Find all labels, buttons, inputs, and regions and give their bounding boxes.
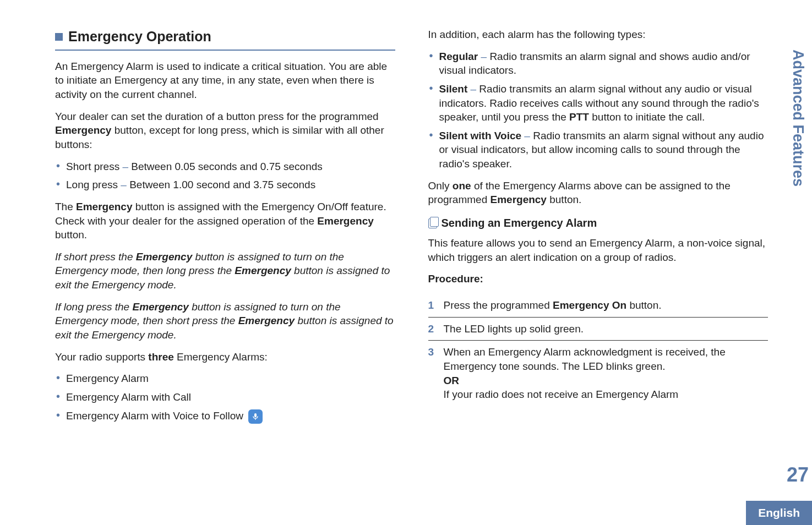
text: Between 0.05 seconds and 0.75 seconds [128, 161, 323, 172]
text-bold: Emergency [76, 201, 132, 212]
content-columns: Emergency Operation An Emergency Alarm i… [55, 28, 768, 497]
text-bold-italic: Emergency [132, 301, 188, 313]
text: Only [428, 180, 453, 192]
dash-separator: – [481, 51, 487, 62]
section-heading-row: Emergency Operation [55, 28, 395, 46]
paragraph: Your radio supports three Emergency Alar… [55, 350, 395, 364]
step-text: The LED lights up solid green. [444, 322, 769, 336]
press-duration-list: Short press – Between 0.05 seconds and 0… [55, 160, 395, 192]
text-bold: Regular [439, 51, 478, 62]
mic-icon [248, 409, 263, 424]
text: If your radio does not receive an Emerge… [444, 389, 679, 400]
paragraph: The Emergency button is assigned with th… [55, 200, 395, 242]
step-text: Press the programmed Emergency On button… [444, 298, 769, 313]
text: button. [626, 299, 661, 311]
list-item: Emergency Alarm with Voice to Follow [55, 409, 395, 424]
text-bold: Silent [439, 83, 468, 95]
paragraph: This feature allows you to send an Emerg… [428, 236, 769, 264]
text: Emergency Alarm with Voice to Follow [66, 410, 243, 422]
page-stack-icon [428, 218, 437, 228]
right-column: In addition, each alarm has the followin… [428, 28, 769, 497]
page: Emergency Operation An Emergency Alarm i… [0, 0, 812, 525]
section-heading: Emergency Operation [68, 28, 211, 46]
text-bold: one [453, 180, 471, 192]
text-bold: OR [444, 375, 460, 386]
text-bold: PTT [569, 111, 589, 123]
text: button. [547, 194, 581, 205]
intro-paragraph: An Emergency Alarm is used to indicate a… [55, 59, 395, 102]
text: button. [55, 229, 87, 240]
section-tab-label: Advanced Features [789, 50, 806, 187]
list-item: Short press – Between 0.05 seconds and 0… [55, 160, 395, 174]
text: The [55, 201, 76, 212]
list-item: Emergency Alarm with Call [55, 390, 395, 404]
square-bullet-icon [55, 33, 63, 41]
subsection-heading-row: Sending an Emergency Alarm [428, 216, 769, 231]
language-badge: English [746, 501, 812, 525]
alarm-variant-list: Regular – Radio transmits an alarm signa… [428, 50, 769, 171]
paragraph-italic: If short press the Emergency button is a… [55, 250, 395, 292]
list-item: Regular – Radio transmits an alarm signa… [428, 50, 769, 78]
step-item: 2 The LED lights up solid green. [428, 318, 769, 341]
alarm-type-list: Emergency Alarm Emergency Alarm with Cal… [55, 371, 395, 423]
list-item: Silent – Radio transmits an alarm signal… [428, 82, 769, 124]
step-item: 3 When an Emergency Alarm acknowledgment… [428, 341, 769, 406]
page-number: 27 [787, 463, 809, 486]
text: Between 1.00 second and 3.75 seconds [127, 179, 315, 190]
text-bold: Emergency [317, 215, 373, 227]
text-bold-italic: Emergency [235, 265, 291, 276]
text: Your radio supports [55, 351, 148, 363]
text: If long press the [55, 301, 132, 313]
text: button to initiate the call. [589, 111, 705, 123]
text-bold-italic: Emergency [238, 315, 295, 326]
step-number: 1 [428, 298, 437, 313]
paragraph-italic: If long press the Emergency button is as… [55, 300, 395, 342]
step-number: 2 [428, 322, 437, 336]
text-bold: Emergency On [553, 299, 626, 311]
text: Press the programmed [444, 299, 553, 311]
text: Short press [66, 161, 119, 172]
dealer-paragraph: Your dealer can set the duration of a bu… [55, 110, 395, 152]
step-item: 1 Press the programmed Emergency On butt… [428, 294, 769, 318]
text-bold-italic: Emergency [136, 251, 192, 262]
paragraph: Only one of the Emergency Alarms above c… [428, 179, 769, 207]
text: When an Emergency Alarm acknowledgment i… [444, 346, 726, 372]
paragraph: In addition, each alarm has the followin… [428, 28, 769, 42]
text-bold: Silent with Voice [439, 130, 522, 141]
step-number: 3 [428, 345, 437, 402]
text: Emergency Alarms: [174, 351, 268, 363]
text: Your dealer can set the duration of a bu… [55, 111, 379, 122]
dash-separator: – [471, 83, 477, 95]
list-item: Silent with Voice – Radio transmits an a… [428, 129, 769, 171]
dash-separator: – [121, 179, 127, 190]
left-column: Emergency Operation An Emergency Alarm i… [55, 28, 395, 497]
heading-rule [55, 50, 395, 51]
list-item: Long press – Between 1.00 second and 3.7… [55, 178, 395, 192]
text-bold: Emergency [491, 194, 547, 205]
text: Long press [66, 179, 118, 190]
subsection-heading: Sending an Emergency Alarm [442, 216, 597, 231]
side-tab: Advanced Features 27 [783, 0, 812, 525]
text-bold: three [148, 351, 173, 363]
text: If short press the [55, 251, 136, 262]
text-bold: Emergency [55, 124, 111, 136]
step-text: When an Emergency Alarm acknowledgment i… [444, 345, 769, 402]
dash-separator: – [524, 130, 530, 141]
procedure-label: Procedure: [428, 272, 769, 286]
procedure-steps: 1 Press the programmed Emergency On butt… [428, 294, 769, 406]
dash-separator: – [122, 161, 128, 172]
list-item: Emergency Alarm [55, 371, 395, 386]
